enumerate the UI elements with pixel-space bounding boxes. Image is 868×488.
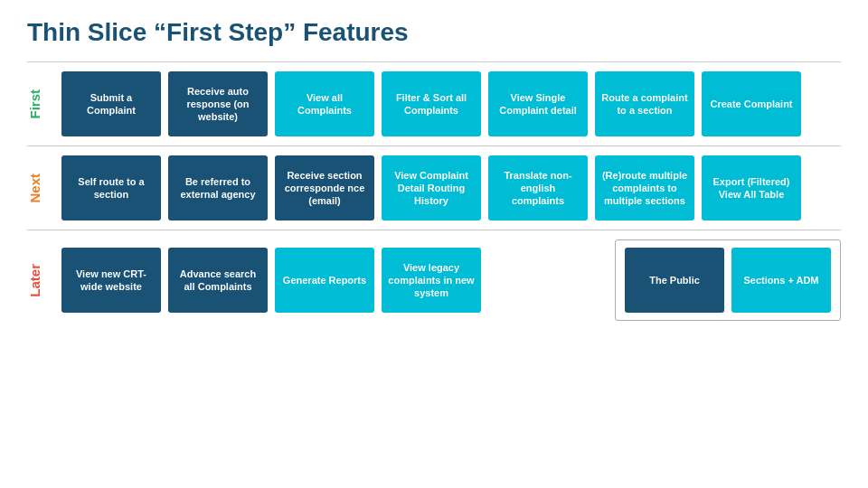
card-next-3[interactable]: View Complaint Detail Routing History	[382, 155, 481, 221]
card-later-1[interactable]: Advance search all Complaints	[168, 248, 268, 313]
box-card-later-1[interactable]: Sections + ADM	[731, 248, 831, 313]
row-label-later: Later	[27, 264, 52, 297]
card-later-0[interactable]: View new CRT-wide website	[61, 248, 161, 313]
card-first-5[interactable]: Route a complaint to a section	[595, 71, 694, 136]
box-card-later-0[interactable]: The Public	[625, 248, 724, 313]
card-next-4[interactable]: Translate non-english complaints	[488, 155, 588, 221]
card-first-6[interactable]: Create Complaint	[702, 71, 801, 136]
card-later-3[interactable]: View legacy complaints in new system	[382, 248, 481, 313]
card-first-4[interactable]: View Single Complaint detail	[488, 71, 588, 136]
card-first-0[interactable]: Submit a Complaint	[61, 71, 161, 136]
card-first-2[interactable]: View all Complaints	[275, 71, 374, 136]
card-first-3[interactable]: Filter & Sort all Complaints	[382, 71, 481, 136]
card-later-2[interactable]: Generate Reports	[275, 248, 374, 313]
page: Thin Slice “First Step” Features FirstSu…	[0, 0, 868, 488]
cards-first: Submit a ComplaintReceive auto response …	[61, 71, 841, 136]
row-first: FirstSubmit a ComplaintReceive auto resp…	[27, 61, 841, 145]
card-next-5[interactable]: (Re)route multiple complaints to multipl…	[595, 155, 694, 221]
cards-later: View new CRT-wide websiteAdvance search …	[61, 239, 841, 321]
card-next-0[interactable]: Self route to a section	[61, 155, 161, 221]
cards-next: Self route to a sectionBe referred to ex…	[61, 155, 841, 221]
row-later: LaterView new CRT-wide websiteAdvance se…	[27, 230, 841, 330]
card-next-6[interactable]: Export (Filtered) View All Table	[702, 155, 801, 221]
rows-container: FirstSubmit a ComplaintReceive auto resp…	[27, 61, 841, 330]
row-label-first: First	[27, 89, 52, 119]
box-later: The PublicSections + ADM	[615, 239, 841, 321]
page-title: Thin Slice “First Step” Features	[27, 18, 841, 47]
card-first-1[interactable]: Receive auto response (on website)	[168, 71, 268, 136]
row-next: NextSelf route to a sectionBe referred t…	[27, 145, 841, 230]
card-next-1[interactable]: Be referred to external agency	[168, 155, 268, 221]
row-label-next: Next	[27, 174, 52, 203]
card-next-2[interactable]: Receive section corresponde nce (email)	[275, 155, 374, 221]
